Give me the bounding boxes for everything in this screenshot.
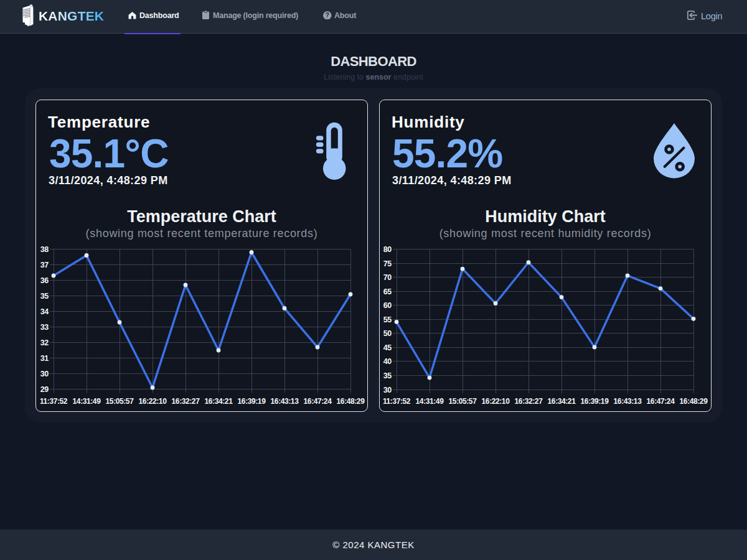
svg-text:16:47:24: 16:47:24: [647, 397, 675, 406]
svg-text:32: 32: [40, 338, 49, 347]
svg-text:29: 29: [40, 385, 49, 394]
svg-text:40: 40: [383, 357, 392, 366]
svg-text:50: 50: [383, 329, 392, 338]
svg-text:15:05:57: 15:05:57: [106, 397, 134, 406]
svg-text:55: 55: [383, 315, 392, 324]
svg-text:16:39:19: 16:39:19: [581, 397, 609, 406]
svg-text:34: 34: [40, 307, 49, 316]
svg-text:15:05:57: 15:05:57: [449, 397, 477, 406]
svg-text:30: 30: [40, 370, 49, 378]
svg-text:16:39:19: 16:39:19: [238, 397, 266, 406]
svg-text:80: 80: [383, 245, 392, 254]
svg-text:?: ?: [326, 11, 329, 19]
svg-text:33: 33: [40, 323, 49, 332]
svg-text:16:43:13: 16:43:13: [271, 397, 299, 406]
svg-text:65: 65: [383, 287, 392, 296]
svg-text:14:31:49: 14:31:49: [416, 397, 444, 406]
svg-text:16:22:10: 16:22:10: [482, 397, 510, 406]
svg-text:37: 37: [40, 261, 49, 269]
svg-text:16:43:13: 16:43:13: [614, 397, 642, 406]
svg-text:38: 38: [40, 245, 49, 254]
svg-text:60: 60: [383, 301, 392, 310]
svg-text:16:47:24: 16:47:24: [304, 397, 332, 406]
svg-text:16:48:29: 16:48:29: [680, 397, 708, 406]
svg-text:36: 36: [40, 276, 49, 285]
svg-text:16:32:27: 16:32:27: [172, 397, 200, 406]
svg-text:70: 70: [383, 273, 392, 282]
svg-text:16:34:21: 16:34:21: [548, 397, 576, 406]
svg-text:11:37:52: 11:37:52: [40, 397, 68, 406]
svg-text:14:31:49: 14:31:49: [73, 397, 101, 406]
svg-text:35: 35: [40, 292, 49, 301]
svg-text:45: 45: [383, 343, 392, 352]
svg-text:75: 75: [383, 259, 392, 268]
svg-text:16:48:29: 16:48:29: [337, 397, 365, 406]
svg-text:16:34:21: 16:34:21: [205, 397, 233, 406]
svg-text:31: 31: [40, 354, 49, 363]
svg-text:11:37:52: 11:37:52: [383, 397, 411, 406]
svg-text:30: 30: [383, 386, 392, 394]
svg-text:16:22:10: 16:22:10: [139, 397, 167, 406]
svg-text:16:32:27: 16:32:27: [515, 397, 543, 406]
svg-text:35: 35: [383, 371, 392, 380]
